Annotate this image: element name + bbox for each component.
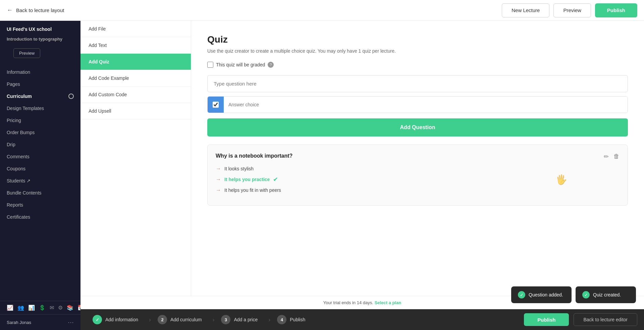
question-card: Why is a notebook important? ✏ 🗑 → It lo… <box>207 145 628 206</box>
content-area: Quiz Use the quiz creator to create a mu… <box>191 21 644 330</box>
new-lecture-button[interactable]: New Lecture <box>502 3 549 17</box>
delete-icon[interactable]: 🗑 <box>613 153 620 160</box>
toast-message: Quiz created. <box>593 292 621 297</box>
add-text-item[interactable]: Add Text <box>80 37 191 54</box>
quiz-subtitle: Use the quiz creator to create a multipl… <box>207 48 628 54</box>
wizard-step-num-3: 3 <box>221 315 230 324</box>
sidebar-item-reports[interactable]: Reports <box>0 199 80 211</box>
toast-question-added: ✓ Question added. <box>511 286 572 303</box>
answer-text-correct: It helps you practice <box>224 177 270 182</box>
sidebar-item-design-templates[interactable]: Design Templates <box>0 102 80 114</box>
sidebar-item-comments[interactable]: Comments <box>0 151 80 163</box>
answer-text: It looks stylish <box>224 166 254 171</box>
middle-panel: Add File Add Text Add Quiz Add Code Exam… <box>80 21 191 330</box>
wizard-back-button[interactable]: Back to lecture editor <box>574 313 637 326</box>
sidebar-item-label: Coupons <box>7 166 25 171</box>
graded-checkbox[interactable] <box>207 62 213 68</box>
sidebar-nav: Information Pages Curriculum Design Temp… <box>0 66 80 301</box>
sidebar-item-drip[interactable]: Drip <box>0 139 80 151</box>
toast-check-icon: ✓ <box>582 291 590 298</box>
help-icon[interactable]: ? <box>268 62 274 68</box>
wizard-step-num-2: 2 <box>158 315 167 324</box>
wizard-step-1[interactable]: ✓ Add information <box>87 315 148 324</box>
sidebar-item-students[interactable]: Students ↗ <box>0 175 80 187</box>
add-custom-code-item[interactable]: Add Custom Code <box>80 87 191 103</box>
mail-icon[interactable]: ✉ <box>50 305 54 311</box>
sidebar-item-label: Pricing <box>7 118 21 123</box>
graded-label: This quiz will be graded <box>216 62 265 67</box>
wizard-step-label-2: Add curriculum <box>170 317 202 322</box>
sidebar-item-label: Bundle Contents <box>7 190 42 196</box>
sidebar-item-bundle-contents[interactable]: Bundle Contents <box>0 187 80 199</box>
publish-button[interactable]: Publish <box>595 3 637 17</box>
trial-text: Your trial ends in 14 days. <box>323 300 373 305</box>
toast-check-icon: ✓ <box>518 291 525 298</box>
library-icon[interactable]: 📚 <box>67 305 73 311</box>
calendar-icon[interactable]: 📅 <box>77 305 80 311</box>
sidebar-item-label: Students ↗ <box>7 178 31 183</box>
answer-input[interactable] <box>224 97 628 113</box>
question-card-title: Why is a notebook important? <box>216 153 292 159</box>
sidebar-item-information[interactable]: Information <box>0 66 80 78</box>
dollar-icon[interactable]: 💲 <box>39 305 46 311</box>
sidebar-more-button[interactable]: ⋯ <box>68 319 74 326</box>
answer-checkbox-cell <box>208 97 224 113</box>
wizard-steps: ✓ Add information › 2 Add curriculum › 3… <box>87 315 524 324</box>
wizard-divider-1: › <box>148 316 152 323</box>
sidebar-preview-button[interactable]: Preview <box>13 48 40 58</box>
sidebar-footer: Sarah Jonas ⋯ <box>0 314 80 330</box>
card-actions: ✏ 🗑 <box>604 153 620 160</box>
wizard-publish-button[interactable]: Publish <box>524 313 569 326</box>
sidebar-item-label: Drip <box>7 142 15 147</box>
sidebar-item-label: Reports <box>7 202 23 208</box>
wizard-step-4[interactable]: 4 Publish <box>272 315 315 324</box>
sidebar-item-label: Pages <box>7 81 20 87</box>
wizard-step-num-1: ✓ <box>93 315 102 324</box>
topbar: ← Back to lecture layout New Lecture Pre… <box>0 0 644 21</box>
add-upsell-item[interactable]: Add Upsell <box>80 103 191 119</box>
add-question-button[interactable]: Add Question <box>207 118 628 136</box>
main-layout: UI Feed's UX school Introduction to typo… <box>0 21 644 330</box>
add-file-item[interactable]: Add File <box>80 21 191 37</box>
wizard-bar: ✓ Add information › 2 Add curriculum › 3… <box>80 309 644 330</box>
sidebar-item-label: Design Templates <box>7 106 44 111</box>
edit-icon[interactable]: ✏ <box>604 153 609 160</box>
sidebar-item-pricing[interactable]: Pricing <box>0 114 80 126</box>
dashboard-icon[interactable]: 📊 <box>28 305 35 311</box>
add-code-example-item[interactable]: Add Code Example <box>80 70 191 87</box>
curriculum-badge <box>68 94 74 99</box>
graded-row: This quiz will be graded ? <box>207 62 628 68</box>
sidebar-item-label: Information <box>7 69 30 75</box>
check-circle-icon: ✔ <box>273 176 278 183</box>
sidebar-item-coupons[interactable]: Coupons <box>0 163 80 175</box>
back-arrow-icon[interactable]: ← <box>7 7 13 14</box>
preview-button[interactable]: Preview <box>553 3 591 17</box>
sidebar-item-certificates[interactable]: Certificates <box>0 211 80 223</box>
question-input[interactable] <box>207 75 628 92</box>
sidebar-item-label: Certificates <box>7 214 30 220</box>
wizard-step-3[interactable]: 3 Add a price <box>216 315 267 324</box>
wizard-step-label-3: Add a price <box>234 317 258 322</box>
sidebar-user-name: Sarah Jonas <box>7 320 31 325</box>
analytics-icon[interactable]: 📈 <box>7 305 13 311</box>
sidebar-item-label: Order Bumps <box>7 130 35 135</box>
wizard-step-2[interactable]: 2 Add curriculum <box>152 315 211 324</box>
wizard-divider-2: › <box>211 316 216 323</box>
answer-option-3: → It helps you fit in with peers <box>216 187 620 193</box>
people-icon[interactable]: 👥 <box>17 305 24 311</box>
answer-checkbox[interactable] <box>213 102 219 108</box>
back-to-lecture-link[interactable]: Back to lecture layout <box>16 7 64 13</box>
settings-icon[interactable]: ⚙ <box>58 305 63 311</box>
select-plan-link[interactable]: Select a plan <box>375 300 401 305</box>
sidebar-item-curriculum[interactable]: Curriculum <box>0 90 80 102</box>
wizard-step-label-1: Add information <box>105 317 138 322</box>
add-quiz-item[interactable]: Add Quiz <box>80 54 191 70</box>
sidebar: UI Feed's UX school Introduction to typo… <box>0 21 80 330</box>
sidebar-item-pages[interactable]: Pages <box>0 78 80 90</box>
sidebar-item-order-bumps[interactable]: Order Bumps <box>0 126 80 139</box>
toast-quiz-created: ✓ Quiz created. <box>576 286 636 303</box>
wizard-actions: Publish Back to lecture editor <box>524 313 637 326</box>
topbar-left: ← Back to lecture layout <box>7 7 496 14</box>
question-card-header: Why is a notebook important? ✏ 🗑 <box>216 153 620 160</box>
quiz-title: Quiz <box>207 34 628 45</box>
